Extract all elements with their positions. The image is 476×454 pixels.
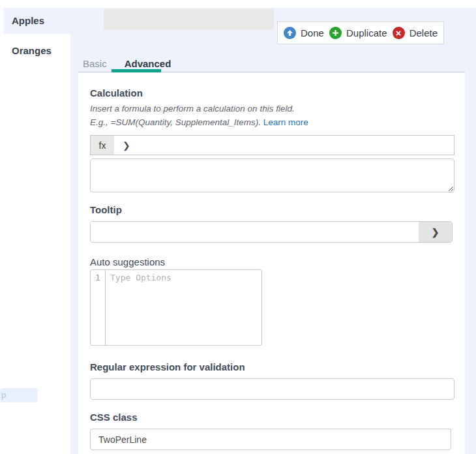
- calculation-help-line1: Insert a formula to perform a calculatio…: [90, 103, 295, 114]
- page-corner: [0, 8, 3, 34]
- clipped-chip-text: p: [1, 390, 6, 400]
- duplicate-button[interactable]: Duplicate: [329, 27, 387, 39]
- calculation-help-line2: E.g., =SUM(Quantity, Supplemental_Items)…: [90, 117, 308, 128]
- page-top-strip: [0, 0, 476, 8]
- clipped-chip: p: [0, 388, 38, 402]
- formula-expand-chevron-right-icon[interactable]: ❯: [123, 141, 130, 150]
- duplicate-button-label: Duplicate: [346, 28, 387, 38]
- formula-textarea[interactable]: [90, 159, 454, 192]
- fx-button[interactable]: fx: [91, 136, 114, 155]
- sidebar-item-oranges[interactable]: Oranges: [12, 45, 52, 56]
- calculation-label: Calculation: [90, 87, 143, 98]
- auto-suggestions-editor: 1 Type Options: [90, 269, 262, 346]
- regex-input[interactable]: [90, 378, 454, 400]
- auto-suggestions-input[interactable]: Type Options: [106, 270, 261, 345]
- delete-x-icon: [393, 27, 405, 39]
- formula-toolbar: fx ❯: [90, 135, 454, 155]
- tooltip-chevron-right-icon: ❯: [432, 228, 439, 237]
- field-action-toolbar: Done Duplicate Delete: [277, 22, 444, 44]
- delete-button-label: Delete: [409, 28, 438, 38]
- auto-suggestions-label: Auto suggestions: [90, 256, 165, 267]
- active-tab-indicator: [112, 69, 161, 72]
- regex-label: Regular expression for validation: [90, 361, 245, 372]
- editor-line-number: 1: [91, 270, 106, 345]
- tooltip-input-group: ❯: [90, 221, 453, 243]
- css-class-label: CSS class: [90, 412, 138, 423]
- field-title-input[interactable]: [104, 9, 274, 30]
- done-arrow-up-icon: [284, 27, 296, 39]
- tooltip-input[interactable]: [91, 222, 419, 242]
- css-class-input[interactable]: [90, 429, 451, 450]
- tooltip-label: Tooltip: [90, 204, 122, 215]
- learn-more-link[interactable]: Learn more: [263, 117, 308, 127]
- done-button-label: Done: [301, 28, 324, 38]
- delete-button[interactable]: Delete: [393, 27, 438, 39]
- done-button[interactable]: Done: [284, 27, 324, 39]
- settings-tab-bar: Basic Advanced: [78, 55, 465, 72]
- duplicate-plus-icon: [329, 27, 342, 39]
- selected-field-label[interactable]: Apples: [12, 15, 44, 26]
- tooltip-expand-button[interactable]: ❯: [419, 222, 452, 242]
- panel-content: Calculation Insert a formula to perform …: [78, 73, 465, 454]
- tab-basic[interactable]: Basic: [83, 56, 107, 72]
